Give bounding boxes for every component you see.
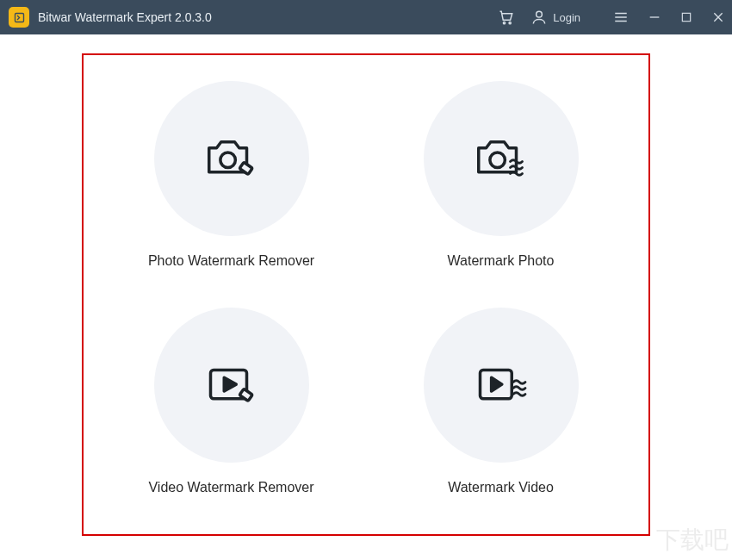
main-area: Photo Watermark Remover Watermark Photo [0,34,732,560]
close-icon[interactable] [711,10,725,24]
card-label: Watermark Photo [448,253,555,269]
app-title: Bitwar Watermark Expert 2.0.3.0 [38,10,212,24]
feature-circle [154,308,309,463]
card-watermark-video[interactable]: Watermark Video [379,308,623,517]
card-watermark-photo[interactable]: Watermark Photo [379,81,623,290]
app-logo [9,7,29,28]
feature-circle [424,308,579,463]
titlebar: Bitwar Watermark Expert 2.0.3.0 Login [0,0,732,34]
user-icon [530,9,548,26]
svg-point-11 [220,152,235,168]
svg-point-2 [509,22,511,24]
login-button[interactable]: Login [530,9,580,26]
video-erase-icon [202,359,262,411]
cart-icon[interactable] [498,9,515,26]
feature-circle [154,81,309,236]
video-wave-icon [471,359,531,411]
feature-circle [424,81,579,236]
card-video-watermark-remover[interactable]: Video Watermark Remover [109,308,353,517]
card-photo-watermark-remover[interactable]: Photo Watermark Remover [109,81,353,290]
card-label: Watermark Video [448,480,554,495]
feature-grid: Photo Watermark Remover Watermark Photo [82,53,650,536]
camera-erase-icon [202,133,262,184]
svg-point-13 [489,152,505,168]
svg-point-3 [537,11,543,17]
svg-rect-8 [682,13,690,21]
menu-icon[interactable] [613,9,629,25]
maximize-icon[interactable] [680,11,692,23]
svg-point-1 [504,22,506,24]
camera-wave-icon [471,133,531,184]
card-label: Video Watermark Remover [148,480,313,495]
minimize-icon[interactable] [648,10,661,24]
login-label: Login [553,11,580,24]
card-label: Photo Watermark Remover [148,253,314,269]
